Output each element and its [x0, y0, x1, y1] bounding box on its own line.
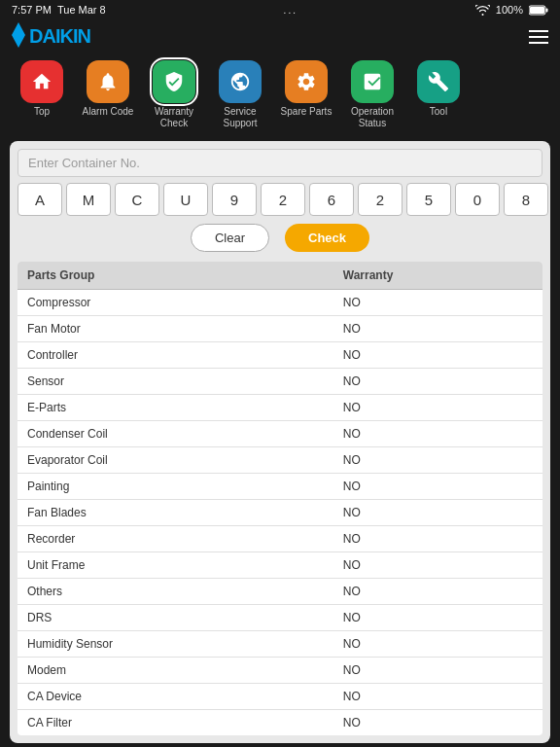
col-warranty: Warranty [333, 262, 542, 290]
char-cell-4[interactable]: 9 [212, 183, 257, 216]
table-row: ControllerNO [18, 342, 542, 369]
nav-icon-label-operation-status: Operation Status [342, 106, 402, 129]
cell-warranty: NO [333, 395, 542, 421]
nav-icon-circle-operation-status [351, 60, 394, 103]
cell-warranty: NO [333, 631, 542, 658]
table-body: CompressorNOFan MotorNOControllerNOSenso… [18, 290, 542, 736]
char-cell-6[interactable]: 6 [309, 183, 354, 216]
nav-icon-label-spare-parts: Spare Parts [281, 106, 332, 118]
battery-level: 100% [496, 4, 523, 16]
cell-parts-group: Painting [18, 474, 333, 500]
svg-text:DAIKIN: DAIKIN [29, 25, 90, 47]
cell-parts-group: Modem [18, 658, 333, 684]
char-cell-2[interactable]: C [115, 183, 159, 216]
wifi-icon [475, 5, 490, 16]
nav-icon-circle-top [20, 60, 63, 103]
nav-icon-alarm-code[interactable]: Alarm Code [78, 60, 138, 118]
nav-icon-circle-service-support [219, 60, 262, 103]
nav-icon-top[interactable]: Top [12, 60, 72, 118]
table-row: Humidity SensorNO [18, 631, 542, 658]
char-cell-7[interactable]: 2 [358, 183, 402, 216]
cell-warranty: NO [333, 500, 542, 526]
cell-warranty: NO [333, 316, 542, 342]
svg-rect-2 [530, 7, 544, 14]
cell-parts-group: Controller [18, 342, 333, 369]
nav-icon-spare-parts[interactable]: Spare Parts [276, 60, 336, 118]
table-row: OthersNO [18, 579, 542, 605]
cell-parts-group: Fan Motor [18, 316, 333, 342]
table-row: SensorNO [18, 369, 542, 395]
cell-parts-group: Sensor [18, 369, 333, 395]
cell-warranty: NO [333, 605, 542, 631]
check-button[interactable]: Check [285, 224, 369, 252]
container-input[interactable]: Enter Container No. [18, 149, 542, 177]
daikin-logo-svg: DAIKIN [12, 22, 109, 48]
warranty-table: Parts Group Warranty CompressorNOFan Mot… [18, 262, 542, 735]
nav-icon-label-service-support: Service Support [210, 106, 270, 129]
status-dots: ... [284, 5, 298, 16]
char-cell-0[interactable]: A [18, 183, 62, 216]
table-row: Unit FrameNO [18, 552, 542, 579]
table-row: CA FilterNO [18, 710, 542, 736]
cell-warranty: NO [333, 658, 542, 684]
col-parts-group: Parts Group [18, 262, 333, 290]
nav-icon-circle-tool [417, 60, 460, 103]
char-cell-1[interactable]: M [66, 183, 111, 216]
nav-icons-row: TopAlarm CodeWarranty CheckService Suppo… [0, 54, 560, 135]
action-buttons-row: Clear Check [18, 224, 542, 252]
char-cell-5[interactable]: 2 [261, 183, 305, 216]
status-day: Tue Mar 8 [57, 4, 106, 16]
nav-icon-label-top: Top [34, 106, 50, 118]
cell-warranty: NO [333, 552, 542, 579]
cell-parts-group: Fan Blades [18, 500, 333, 526]
table-row: CompressorNO [18, 290, 542, 316]
char-cell-10[interactable]: 8 [504, 183, 548, 216]
cell-parts-group: Compressor [18, 290, 333, 316]
table-row: Fan BladesNO [18, 500, 542, 526]
navbar: DAIKIN [0, 19, 560, 54]
main-content: Enter Container No. AMCU9262508 Clear Ch… [10, 141, 550, 743]
table-row: RecorderNO [18, 526, 542, 552]
table-row: CA DeviceNO [18, 684, 542, 710]
cell-warranty: NO [333, 579, 542, 605]
status-bar: 7:57 PM Tue Mar 8 ... 100% [0, 0, 560, 19]
svg-rect-1 [546, 8, 548, 12]
table-row: Condenser CoilNO [18, 421, 542, 447]
cell-warranty: NO [333, 710, 542, 736]
cell-parts-group: CA Filter [18, 710, 333, 736]
table-row: E-PartsNO [18, 395, 542, 421]
cell-parts-group: Unit Frame [18, 552, 333, 579]
cell-warranty: NO [333, 447, 542, 474]
char-cell-9[interactable]: 0 [455, 183, 500, 216]
cell-parts-group: Recorder [18, 526, 333, 552]
hamburger-menu[interactable] [529, 30, 548, 44]
nav-icon-warranty-check[interactable]: Warranty Check [144, 60, 204, 129]
table-row: Fan MotorNO [18, 316, 542, 342]
cell-warranty: NO [333, 421, 542, 447]
nav-icon-operation-status[interactable]: Operation Status [342, 60, 402, 129]
nav-icon-tool[interactable]: Tool [408, 60, 469, 118]
container-placeholder: Enter Container No. [28, 156, 140, 170]
char-cell-8[interactable]: 5 [406, 183, 451, 216]
battery-icon [529, 5, 548, 16]
cell-warranty: NO [333, 684, 542, 710]
nav-icon-service-support[interactable]: Service Support [210, 60, 270, 129]
cell-warranty: NO [333, 342, 542, 369]
cell-warranty: NO [333, 369, 542, 395]
table-row: Evaporator CoilNO [18, 447, 542, 474]
table-header: Parts Group Warranty [18, 262, 542, 290]
cell-parts-group: E-Parts [18, 395, 333, 421]
cell-parts-group: DRS [18, 605, 333, 631]
table-row: ModemNO [18, 658, 542, 684]
char-cell-3[interactable]: U [163, 183, 208, 216]
clear-button[interactable]: Clear [191, 224, 269, 252]
cell-parts-group: Humidity Sensor [18, 631, 333, 658]
table-row: DRSNO [18, 605, 542, 631]
app-logo: DAIKIN [12, 22, 109, 53]
char-grid: AMCU9262508 [18, 183, 542, 216]
cell-parts-group: Condenser Coil [18, 421, 333, 447]
cell-parts-group: Others [18, 579, 333, 605]
table-row: PaintingNO [18, 474, 542, 500]
cell-warranty: NO [333, 526, 542, 552]
nav-icon-circle-warranty-check [153, 60, 195, 103]
